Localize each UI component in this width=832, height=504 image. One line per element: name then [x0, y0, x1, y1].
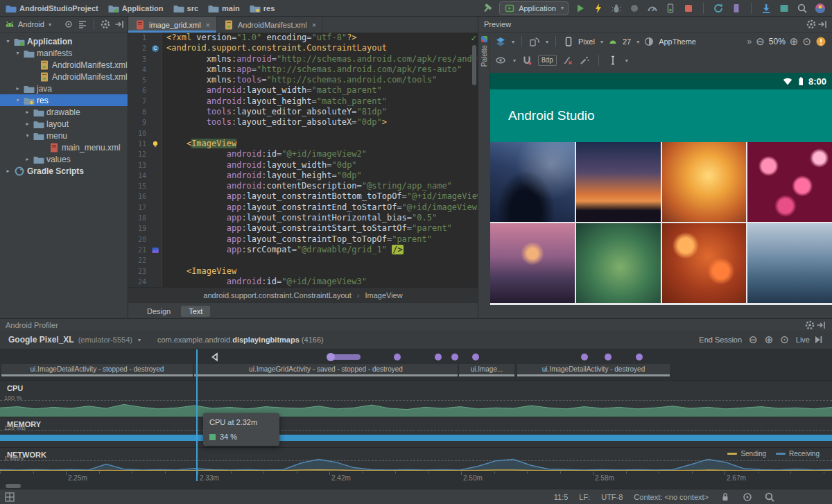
tree-expand-arrow[interactable]: ▾ — [4, 38, 12, 44]
infer-constraints-icon[interactable] — [579, 55, 590, 66]
instant-run-bolt-icon[interactable] — [592, 2, 605, 15]
tree-item-java[interactable]: ▸java — [0, 82, 128, 94]
mode-tab-text[interactable]: Text — [181, 306, 210, 317]
user-avatar-icon[interactable] — [814, 2, 826, 15]
palette-tab[interactable]: Palette — [478, 32, 490, 87]
tree-expand-arrow[interactable]: ▸ — [4, 168, 12, 174]
text-cursor-icon[interactable] — [607, 55, 618, 66]
breadcrumb-item-androidstudioproject[interactable]: AndroidStudioProject — [6, 3, 98, 14]
cpu-gauge-icon[interactable] — [646, 2, 659, 15]
editor-tab-androidmanifest-xml[interactable]: AndroidManifest.xml× — [217, 17, 323, 33]
editor-scrollbar[interactable]: ✓ — [471, 33, 478, 287]
close-icon[interactable]: × — [206, 21, 210, 29]
network-chart-row[interactable]: NETWORK 1 MB/s SendingReceiving — [0, 447, 832, 471]
profiler-scrollbar[interactable] — [6, 484, 21, 488]
search-everywhere-icon[interactable] — [796, 2, 808, 15]
tree-item-menu[interactable]: ▾menu — [0, 130, 128, 141]
tree-expand-arrow[interactable]: ▾ — [14, 50, 21, 56]
code-editor[interactable]: 1<?xml version="1.0" encoding="utf-8"?>2… — [128, 33, 478, 287]
theme-icon[interactable] — [643, 36, 655, 47]
theme-select[interactable]: AppTheme — [659, 37, 696, 46]
device-phone-icon[interactable] — [563, 36, 574, 47]
profiler-reset-zoom-button[interactable]: ⊙ — [780, 333, 789, 346]
project-view-selector[interactable]: Android — [18, 20, 44, 28]
tree-item-values[interactable]: ▸values — [0, 153, 128, 165]
lock-icon[interactable] — [720, 492, 731, 503]
collapse-all-icon[interactable] — [77, 19, 88, 30]
inspection-status-icon[interactable]: ✓ — [471, 34, 477, 43]
end-session-button[interactable]: End Session — [699, 336, 742, 344]
tree-expand-arrow[interactable]: ▾ — [24, 132, 31, 139]
status-circle-icon[interactable] — [742, 492, 753, 503]
tree-item-layout[interactable]: ▸layout — [0, 118, 128, 130]
search-icon[interactable] — [764, 492, 775, 503]
profiler-attach-icon[interactable] — [628, 2, 641, 15]
autoconnect-magnet-icon[interactable] — [521, 55, 532, 66]
device-select[interactable]: Pixel — [578, 37, 595, 46]
hide-panel-icon[interactable] — [817, 19, 828, 30]
profiler-time-axis[interactable]: 2.25m2.33m2.42m2.50m2.58m2.67m — [0, 471, 832, 483]
tree-item-gradle-scripts[interactable]: ▸Gradle Scripts — [0, 165, 128, 177]
breadcrumb-parent[interactable]: android.support.constraint.ConstraintLay… — [203, 291, 351, 299]
tree-item-manifests[interactable]: ▾manifests — [0, 47, 128, 59]
layers-icon[interactable] — [495, 36, 506, 47]
zoom-fit-button[interactable]: ⊙ — [802, 35, 811, 48]
clear-constraints-icon[interactable] — [562, 55, 573, 66]
cpu-chart-row[interactable]: CPU 100 % — [0, 381, 832, 417]
breadcrumb-child[interactable]: ImageView — [365, 291, 402, 299]
avd-manager-icon[interactable] — [730, 2, 743, 15]
zoom-out-button[interactable]: ⊖ — [756, 35, 765, 48]
breadcrumb-item-main[interactable]: main — [208, 3, 240, 14]
build-hammer-icon[interactable] — [481, 2, 494, 15]
api-level-icon[interactable] — [607, 36, 618, 47]
error-badge-icon[interactable] — [815, 36, 826, 47]
gradle-sync-icon[interactable] — [712, 2, 725, 15]
toolwindow-grid-icon[interactable] — [4, 492, 15, 503]
breadcrumb-item-res[interactable]: res — [250, 3, 275, 14]
profiler-zoom-out-button[interactable]: ⊖ — [749, 333, 758, 346]
debug-bug-icon[interactable] — [610, 2, 623, 15]
locate-file-icon[interactable] — [63, 19, 74, 30]
memory-chart-row[interactable]: MEMORY 128 MB — [0, 417, 832, 447]
breadcrumb-item-src[interactable]: src — [173, 3, 199, 14]
tree-item-main-menu-xml[interactable]: main_menu.xml — [0, 141, 128, 153]
tree-item-res[interactable]: ▾res — [0, 94, 128, 106]
scrollbar-thumb[interactable] — [472, 45, 476, 85]
orientation-icon[interactable] — [529, 36, 540, 47]
hide-panel-icon[interactable] — [114, 19, 125, 30]
editor-tab-image-grid-xml[interactable]: image_grid.xml× — [128, 17, 217, 33]
gear-icon[interactable] — [100, 19, 111, 30]
device-explorer-icon[interactable] — [778, 2, 790, 15]
default-margin-select[interactable]: 8dp — [538, 55, 557, 66]
overflow-chevrons-icon[interactable]: » — [747, 37, 752, 46]
zoom-in-button[interactable]: ⊕ — [790, 35, 799, 48]
session-device[interactable]: Google Pixel_XL — [8, 335, 74, 345]
tree-item-application[interactable]: ▾Application — [0, 35, 128, 47]
context-indicator[interactable]: Context: <no context> — [634, 493, 709, 501]
close-icon[interactable]: × — [312, 21, 316, 29]
run-device-icon[interactable] — [664, 2, 677, 15]
event-timeline[interactable]: ui.ImageDetailActivity - stopped - destr… — [0, 349, 832, 381]
tree-item-androidmanifest-xml[interactable]: AndroidManifest.xml — [0, 59, 128, 71]
tree-expand-arrow[interactable]: ▾ — [14, 97, 21, 103]
run-play-icon[interactable] — [574, 2, 587, 15]
tree-item-drawable[interactable]: ▸drawable — [0, 106, 128, 118]
gear-icon[interactable] — [806, 19, 817, 30]
tree-expand-arrow[interactable]: ▸ — [24, 109, 31, 115]
live-button[interactable]: Live — [796, 334, 824, 345]
profiler-zoom-in-button[interactable]: ⊕ — [765, 333, 774, 346]
stop-icon[interactable] — [682, 2, 695, 15]
view-options-eye-icon[interactable] — [495, 55, 506, 66]
tree-expand-arrow[interactable]: ▸ — [14, 85, 21, 92]
hide-panel-icon[interactable] — [815, 320, 826, 331]
breadcrumb-item-application[interactable]: Application — [108, 3, 164, 14]
tree-item-androidmanifest-xml[interactable]: AndroidManifest.xml — [0, 71, 128, 82]
mode-tab-design[interactable]: Design — [139, 306, 178, 317]
caret-position[interactable]: 11:5 — [554, 493, 569, 501]
run-config-select[interactable]: Application ▾ — [499, 1, 569, 15]
api-level-select[interactable]: 27 — [623, 37, 631, 46]
tree-expand-arrow[interactable]: ▸ — [24, 121, 31, 127]
tree-expand-arrow[interactable]: ▸ — [24, 156, 31, 162]
sdk-manager-icon[interactable] — [760, 2, 772, 15]
gear-icon[interactable] — [804, 320, 815, 331]
